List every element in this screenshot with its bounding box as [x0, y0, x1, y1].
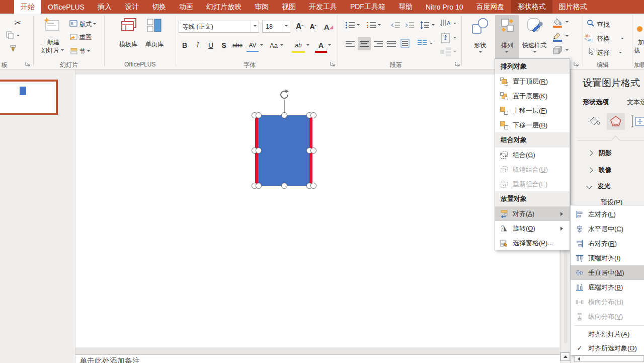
- tab-design[interactable]: 设计: [118, 0, 145, 14]
- slide-thumbnail[interactable]: [0, 80, 58, 115]
- new-slide-icon[interactable]: [43, 17, 60, 32]
- section-reflection[interactable]: 映像: [588, 165, 611, 175]
- selection-handle[interactable]: [256, 183, 262, 189]
- submenu-item-align-middle-v[interactable]: 垂直居中(M): [571, 265, 644, 280]
- submenu-item-distribute-vertically[interactable]: 纵向分布(V): [571, 309, 644, 324]
- align-left-ribbon-icon[interactable]: [345, 40, 355, 48]
- text-shadow-button[interactable]: S: [218, 40, 229, 51]
- fill-line-icon[interactable]: [587, 115, 601, 128]
- tab-developer[interactable]: 开发工具: [302, 0, 344, 14]
- shapes-chevron[interactable]: [479, 51, 482, 54]
- section-glow[interactable]: 发光: [587, 181, 610, 191]
- paragraph-dialog-launcher[interactable]: [455, 61, 460, 66]
- clipboard-dialog-launcher[interactable]: [25, 61, 30, 66]
- notes-pane[interactable]: 单击此处添加备注: [75, 355, 560, 363]
- section-shadow[interactable]: 阴影: [588, 148, 611, 158]
- shape-outline-chevron[interactable]: [566, 35, 569, 38]
- selection-handle[interactable]: [310, 112, 316, 118]
- tab-shape-format[interactable]: 形状格式: [511, 0, 552, 14]
- tab-view[interactable]: 视图: [275, 0, 302, 14]
- template-library-icon[interactable]: [120, 18, 137, 34]
- highlight-color-chevron[interactable]: [306, 44, 309, 47]
- submenu-item-align-selected-objects[interactable]: ✓ 对齐所选对象(O): [571, 341, 644, 355]
- drawing-dialog-launcher[interactable]: [574, 61, 579, 66]
- submenu-item-align-to-slide[interactable]: 对齐幻灯片(A): [571, 327, 644, 341]
- tab-officeplus[interactable]: OfficePLUS: [41, 0, 91, 14]
- quick-styles-chevron[interactable]: [533, 51, 536, 54]
- shrink-font-button[interactable]: Aˇ: [307, 21, 319, 33]
- section-button[interactable]: 节: [79, 47, 90, 56]
- bold-button[interactable]: B: [179, 40, 190, 51]
- copy-dropdown-chevron[interactable]: [17, 35, 20, 38]
- selection-handle[interactable]: [256, 112, 262, 118]
- quick-styles-button[interactable]: 快速样式: [522, 41, 546, 50]
- tab-help[interactable]: 帮助: [392, 0, 419, 14]
- tab-transitions[interactable]: 切换: [145, 0, 173, 14]
- submenu-item-align-left[interactable]: 左对齐(L): [571, 207, 644, 222]
- menu-item-send-backward[interactable]: 下移一层(B): [495, 118, 570, 132]
- replace-button[interactable]: 替换: [597, 34, 610, 43]
- strikethrough-button[interactable]: abc: [230, 40, 245, 51]
- character-spacing-button[interactable]: AV: [247, 40, 259, 52]
- new-slide-button[interactable]: 新建: [47, 38, 59, 47]
- columns-chevron[interactable]: [430, 43, 433, 46]
- selection-handle[interactable]: [281, 183, 287, 189]
- numbering-icon[interactable]: [366, 21, 376, 29]
- tab-animations[interactable]: 动画: [173, 0, 200, 14]
- tab-pdf-tools[interactable]: PDF工具箱: [344, 0, 392, 14]
- submenu-item-align-center-h[interactable]: 水平居中(C): [571, 222, 644, 236]
- highlight-color-button[interactable]: ab: [292, 40, 305, 53]
- decrease-indent-icon[interactable]: [390, 21, 400, 29]
- shape-effects-chevron[interactable]: [566, 49, 569, 52]
- font-name-combo[interactable]: 等线 (正文): [179, 21, 259, 33]
- selection-handle[interactable]: [256, 148, 262, 154]
- reset-button[interactable]: 重置: [79, 33, 92, 42]
- justify-icon[interactable]: [386, 40, 396, 48]
- font-dialog-launcher[interactable]: [330, 61, 335, 66]
- rotation-handle[interactable]: [279, 89, 291, 101]
- cut-icon[interactable]: ✂: [14, 18, 21, 28]
- notes-placeholder[interactable]: 单击此处添加备注: [79, 356, 140, 363]
- grow-font-button[interactable]: Aˆ: [293, 21, 305, 33]
- select-chevron[interactable]: [619, 52, 622, 55]
- convert-smartart-chevron[interactable]: [453, 51, 456, 54]
- tab-home[interactable]: 开始: [14, 0, 41, 14]
- replace-chevron[interactable]: [621, 38, 624, 41]
- line-spacing-icon[interactable]: [420, 21, 430, 30]
- size-properties-icon[interactable]: [631, 115, 644, 128]
- panel-tab-text-options[interactable]: 文本选项: [627, 98, 644, 107]
- submenu-item-distribute-horizontally[interactable]: 横向分布(H): [571, 295, 644, 309]
- underline-button[interactable]: U: [205, 40, 216, 51]
- tab-baidu-netdisk[interactable]: 百度网盘: [470, 0, 511, 14]
- submenu-item-align-right[interactable]: 右对齐(R): [571, 236, 644, 251]
- layout-button[interactable]: 版式: [79, 20, 96, 29]
- clear-formatting-button[interactable]: A◢: [323, 21, 335, 33]
- shapes-button[interactable]: 形状: [474, 41, 486, 50]
- find-button[interactable]: 查找: [597, 20, 610, 29]
- text-direction-icon[interactable]: A: [440, 19, 452, 30]
- italic-button[interactable]: I: [192, 40, 203, 51]
- menu-item-send-to-back[interactable]: 置于底层(K): [495, 89, 570, 103]
- submenu-item-align-top[interactable]: 顶端对齐(I): [571, 251, 644, 265]
- font-size-combo[interactable]: 18: [262, 21, 290, 33]
- menu-item-rotate[interactable]: 旋转(O): [495, 221, 570, 236]
- panel-tab-shape-options[interactable]: 形状选项: [583, 98, 609, 107]
- menu-item-regroup[interactable]: 重新组合(E): [495, 177, 570, 191]
- align-text-chevron[interactable]: [453, 37, 456, 40]
- distribute-text-icon[interactable]: [399, 39, 411, 48]
- font-color-chevron[interactable]: [328, 44, 331, 47]
- line-spacing-chevron[interactable]: [432, 24, 435, 27]
- columns-icon[interactable]: [417, 39, 428, 48]
- tab-slideshow[interactable]: 幻灯片放映: [200, 0, 248, 14]
- change-case-chevron[interactable]: [280, 44, 283, 47]
- slide-canvas[interactable]: [75, 75, 559, 347]
- font-color-button[interactable]: A: [315, 40, 327, 53]
- selection-handle[interactable]: [310, 148, 316, 154]
- shape-fill-icon[interactable]: [551, 17, 564, 28]
- menu-item-bring-forward[interactable]: 上移一层(F): [495, 103, 570, 118]
- shape-fill-chevron[interactable]: [566, 21, 569, 24]
- submenu-item-align-bottom[interactable]: 底端对齐(B): [571, 280, 644, 295]
- convert-smartart-icon[interactable]: [440, 47, 452, 57]
- numbering-chevron[interactable]: [378, 24, 381, 27]
- tab-nitro-pro[interactable]: Nitro Pro 10: [419, 0, 470, 14]
